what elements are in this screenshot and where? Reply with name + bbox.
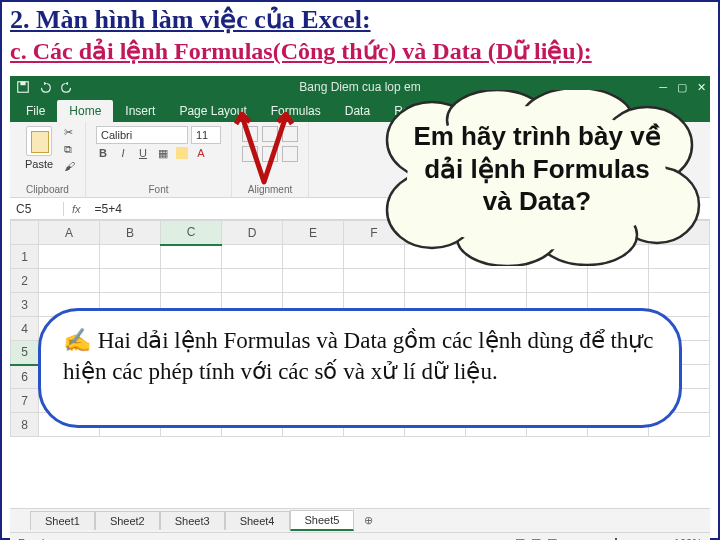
font-color-icon[interactable]: A bbox=[194, 147, 208, 160]
undo-icon[interactable] bbox=[38, 80, 52, 94]
status-bar: Ready ▦ ▥ ▧ − + 100% bbox=[10, 532, 710, 540]
col-head[interactable]: C bbox=[161, 221, 222, 245]
group-font: Calibri 11 B I U ▦ A Font bbox=[86, 122, 232, 197]
annotation-v-arrow bbox=[234, 112, 294, 192]
row-head[interactable]: 8 bbox=[11, 413, 39, 437]
answer-text: Hai dải lệnh Formulas và Data gồm các lệ… bbox=[63, 328, 654, 384]
status-text: Ready bbox=[18, 537, 50, 541]
paste-label: Paste bbox=[25, 158, 53, 170]
sheet-tab[interactable]: Sheet1 bbox=[30, 511, 95, 530]
tab-file[interactable]: File bbox=[14, 100, 57, 122]
underline-button[interactable]: U bbox=[136, 147, 150, 160]
sheet-tab[interactable]: Sheet3 bbox=[160, 511, 225, 530]
sheet-tab-active[interactable]: Sheet5 bbox=[290, 510, 355, 531]
col-head[interactable]: B bbox=[100, 221, 161, 245]
col-head[interactable]: E bbox=[283, 221, 344, 245]
save-icon[interactable] bbox=[16, 80, 30, 94]
fill-color-icon[interactable] bbox=[176, 147, 188, 159]
row-head[interactable]: 2 bbox=[11, 269, 39, 293]
view-layout-icon[interactable]: ▥ bbox=[531, 536, 541, 540]
sheet-tab-strip: Sheet1 Sheet2 Sheet3 Sheet4 Sheet5 ⊕ bbox=[10, 508, 710, 532]
row-head[interactable]: 5 bbox=[11, 341, 39, 365]
col-head[interactable]: D bbox=[222, 221, 283, 245]
answer-box: ✍ Hai dải lệnh Formulas và Data gồm các … bbox=[38, 308, 682, 428]
question-cloud: Em hãy trình bày về dải lệnh Formulas và… bbox=[372, 90, 702, 266]
row-head[interactable]: 3 bbox=[11, 293, 39, 317]
answer-lead-icon: ✍ bbox=[63, 328, 92, 353]
row-head[interactable]: 6 bbox=[11, 365, 39, 389]
heading-sub: c. Các dải lệnh Formulas(Công thức) và D… bbox=[2, 37, 718, 68]
view-break-icon[interactable]: ▧ bbox=[547, 536, 557, 540]
format-painter-icon[interactable]: 🖌 bbox=[64, 160, 75, 172]
row-head[interactable]: 1 bbox=[11, 245, 39, 269]
add-sheet-icon[interactable]: ⊕ bbox=[354, 514, 383, 527]
sheet-tab[interactable]: Sheet4 bbox=[225, 511, 290, 530]
font-name-selector[interactable]: Calibri bbox=[96, 126, 188, 144]
font-group-label: Font bbox=[96, 184, 221, 195]
slide: 2. Màn hình làm việc của Excel: c. Các d… bbox=[0, 0, 720, 540]
italic-button[interactable]: I bbox=[116, 147, 130, 160]
border-icon[interactable]: ▦ bbox=[156, 147, 170, 160]
sheet-tab[interactable]: Sheet2 bbox=[95, 511, 160, 530]
fx-icon[interactable]: fx bbox=[64, 203, 89, 215]
clipboard-group-label: Clipboard bbox=[10, 184, 85, 195]
zoom-in-icon[interactable]: + bbox=[661, 537, 667, 541]
cut-icon[interactable]: ✂ bbox=[64, 126, 75, 139]
tab-insert[interactable]: Insert bbox=[113, 100, 167, 122]
font-style-row: B I U ▦ A bbox=[96, 147, 221, 160]
bold-button[interactable]: B bbox=[96, 147, 110, 160]
col-head[interactable]: A bbox=[39, 221, 100, 245]
select-all-corner[interactable] bbox=[11, 221, 39, 245]
quick-access-toolbar bbox=[16, 80, 74, 94]
zoom-out-icon[interactable]: − bbox=[563, 537, 569, 541]
copy-icon[interactable]: ⧉ bbox=[64, 143, 75, 156]
name-box[interactable]: C5 bbox=[10, 202, 64, 216]
paste-icon bbox=[26, 126, 52, 156]
view-normal-icon[interactable]: ▦ bbox=[515, 536, 525, 540]
heading-main: 2. Màn hình làm việc của Excel: bbox=[2, 2, 718, 37]
group-clipboard: Paste ✂ ⧉ 🖌 Clipboard bbox=[10, 122, 86, 197]
svg-rect-1 bbox=[20, 82, 25, 86]
row-head[interactable]: 4 bbox=[11, 317, 39, 341]
row-head[interactable]: 7 bbox=[11, 389, 39, 413]
zoom-controls: ▦ ▥ ▧ − + 100% bbox=[515, 536, 702, 540]
question-cloud-text: Em hãy trình bày về dải lệnh Formulas và… bbox=[412, 120, 662, 218]
redo-icon[interactable] bbox=[60, 80, 74, 94]
tab-home[interactable]: Home bbox=[57, 100, 113, 122]
zoom-value: 100% bbox=[674, 537, 702, 541]
font-size-selector[interactable]: 11 bbox=[191, 126, 221, 144]
